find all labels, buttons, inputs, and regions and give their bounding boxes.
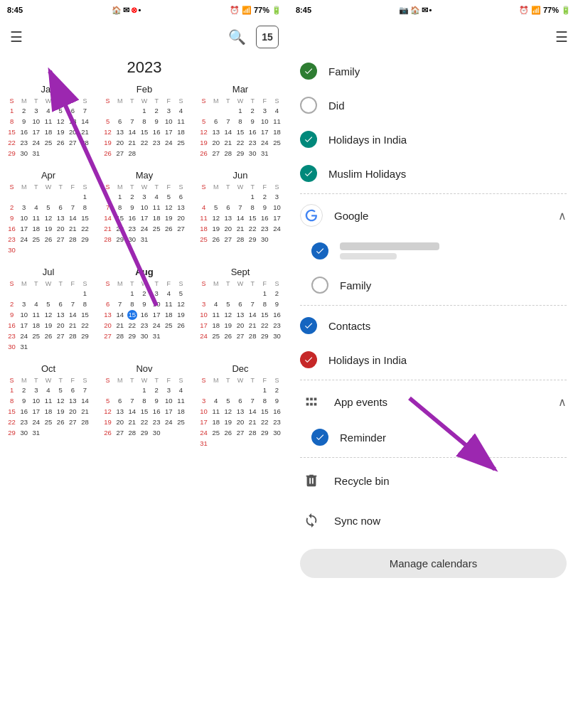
day-cell[interactable]: 8 <box>6 117 18 127</box>
day-cell[interactable]: 5 <box>55 385 67 395</box>
day-cell[interactable]: 9 <box>138 299 150 309</box>
day-cell[interactable]: 9 <box>6 310 18 320</box>
menu-item-holidays-india-2[interactable]: Holidays in India <box>289 343 578 377</box>
day-cell[interactable]: 3 <box>271 192 283 202</box>
day-cell[interactable]: 13 <box>67 396 79 406</box>
app-events-header[interactable]: App events ∧ <box>289 383 578 420</box>
day-cell[interactable]: 12 <box>42 213 54 223</box>
month-block-oct[interactable]: OctSMTWTFS123456789101112131415161718192… <box>6 363 91 449</box>
day-cell[interactable]: 26 <box>102 149 114 159</box>
day-cell[interactable]: 10 <box>163 117 175 127</box>
day-cell[interactable]: 16 <box>18 127 30 137</box>
day-cell[interactable]: 21 <box>126 138 138 148</box>
day-cell[interactable]: 2 <box>151 385 163 395</box>
day-cell[interactable]: 19 <box>42 321 54 331</box>
day-cell[interactable]: 27 <box>55 331 67 341</box>
day-cell[interactable]: 30 <box>18 149 30 159</box>
day-cell[interactable]: 24 <box>138 224 150 234</box>
day-cell[interactable]: 18 <box>42 407 54 417</box>
day-cell[interactable]: 8 <box>138 396 150 406</box>
menu-icon[interactable]: ☰ <box>10 28 23 46</box>
day-cell[interactable]: 16 <box>6 224 18 234</box>
day-cell[interactable]: 25 <box>210 331 222 341</box>
day-cell[interactable]: 2 <box>259 192 271 202</box>
day-cell[interactable]: 7 <box>114 299 126 309</box>
day-cell[interactable]: 15 <box>114 213 126 223</box>
day-cell[interactable]: 7 <box>67 299 79 309</box>
month-block-dec[interactable]: DecSMTWTFS123456789101112131415161718192… <box>198 363 283 449</box>
day-cell[interactable]: 17 <box>259 127 271 137</box>
day-cell[interactable]: 31 <box>259 149 271 159</box>
day-cell[interactable]: 1 <box>247 192 259 202</box>
day-cell[interactable]: 14 <box>79 396 91 406</box>
day-cell[interactable]: 19 <box>163 213 175 223</box>
day-cell[interactable]: 1 <box>138 385 150 395</box>
day-cell[interactable]: 23 <box>271 321 283 331</box>
day-cell[interactable]: 22 <box>114 224 126 234</box>
day-cell[interactable]: 28 <box>126 149 138 159</box>
day-cell[interactable]: 31 <box>30 428 42 438</box>
google-section-header[interactable]: Google ∧ <box>289 197 578 234</box>
day-cell[interactable]: 12 <box>222 310 234 320</box>
day-cell[interactable]: 26 <box>222 331 234 341</box>
day-cell[interactable]: 4 <box>271 106 283 116</box>
day-cell[interactable]: 15 <box>138 127 150 137</box>
day-cell[interactable]: 27 <box>55 235 67 245</box>
day-cell[interactable]: 18 <box>175 127 187 137</box>
day-cell[interactable]: 13 <box>234 310 246 320</box>
day-cell[interactable]: 10 <box>163 396 175 406</box>
day-cell[interactable]: 11 <box>175 117 187 127</box>
day-cell[interactable]: 29 <box>79 331 91 341</box>
day-cell[interactable]: 28 <box>67 235 79 245</box>
day-cell[interactable]: 7 <box>222 117 234 127</box>
day-cell[interactable]: 7 <box>126 117 138 127</box>
day-cell[interactable]: 30 <box>18 428 30 438</box>
calendar-badge[interactable]: 15 <box>256 26 279 48</box>
day-cell[interactable]: 14 <box>126 407 138 417</box>
day-cell[interactable]: 6 <box>234 299 246 309</box>
day-cell[interactable]: 13 <box>114 407 126 417</box>
day-cell[interactable]: 20 <box>102 321 114 331</box>
day-cell[interactable]: 2 <box>126 192 138 202</box>
day-cell[interactable]: 9 <box>18 117 30 127</box>
day-cell[interactable]: 8 <box>138 117 150 127</box>
day-cell[interactable]: 13 <box>67 117 79 127</box>
day-cell[interactable]: 16 <box>138 310 150 320</box>
day-cell[interactable]: 1 <box>234 106 246 116</box>
day-cell[interactable]: 10 <box>271 203 283 213</box>
day-cell[interactable]: 19 <box>102 138 114 148</box>
day-cell[interactable]: 19 <box>42 224 54 234</box>
day-cell[interactable]: 14 <box>67 213 79 223</box>
day-cell[interactable]: 21 <box>102 224 114 234</box>
day-cell[interactable]: 8 <box>6 396 18 406</box>
day-cell[interactable]: 21 <box>114 321 126 331</box>
day-cell[interactable]: 7 <box>247 396 259 406</box>
day-cell[interactable]: 23 <box>151 138 163 148</box>
day-cell[interactable]: 19 <box>222 417 234 427</box>
day-cell[interactable]: 8 <box>234 117 246 127</box>
day-cell[interactable]: 10 <box>18 310 30 320</box>
calendar-grid[interactable]: JanSMTWTFS123456789101112131415161718192… <box>0 84 289 728</box>
day-cell[interactable]: 9 <box>18 396 30 406</box>
month-block-jan[interactable]: JanSMTWTFS123456789101112131415161718192… <box>6 84 91 159</box>
day-cell[interactable]: 2 <box>6 299 18 309</box>
day-cell[interactable]: 13 <box>114 127 126 137</box>
day-cell[interactable]: 4 <box>210 396 222 406</box>
day-cell[interactable]: 5 <box>222 396 234 406</box>
day-cell[interactable]: 17 <box>30 127 42 137</box>
day-cell[interactable]: 15 <box>138 407 150 417</box>
day-cell[interactable]: 22 <box>79 321 91 331</box>
day-cell[interactable]: 9 <box>271 396 283 406</box>
day-cell[interactable]: 10 <box>30 117 42 127</box>
day-cell[interactable]: 24 <box>163 417 175 427</box>
day-cell[interactable]: 5 <box>198 117 210 127</box>
day-cell[interactable]: 2 <box>151 106 163 116</box>
day-cell[interactable]: 10 <box>30 396 42 406</box>
day-cell[interactable]: 2 <box>138 289 150 299</box>
day-cell[interactable]: 6 <box>55 299 67 309</box>
day-cell[interactable]: 15 <box>234 127 246 137</box>
menu-item-reminder[interactable]: Reminder <box>289 420 578 454</box>
menu-item-blurred[interactable] <box>289 234 578 268</box>
day-cell[interactable]: 31 <box>198 439 210 449</box>
day-cell[interactable]: 25 <box>30 235 42 245</box>
